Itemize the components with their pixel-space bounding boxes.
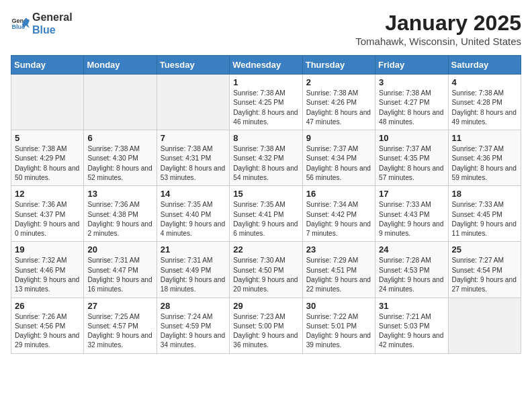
calendar-day-cell: 31Sunrise: 7:21 AMSunset: 5:03 PMDayligh… (375, 298, 448, 353)
calendar-day-cell: 17Sunrise: 7:33 AMSunset: 4:43 PMDayligh… (375, 186, 448, 242)
weekday-header-cell: Monday (84, 56, 157, 75)
calendar-day-cell: 23Sunrise: 7:29 AMSunset: 4:51 PMDayligh… (302, 242, 375, 298)
calendar-day-cell (11, 75, 84, 130)
day-detail: Sunrise: 7:37 AMSunset: 4:36 PMDaylight:… (452, 144, 517, 183)
day-number: 23 (306, 244, 371, 255)
day-number: 15 (233, 189, 298, 199)
day-detail: Sunrise: 7:38 AMSunset: 4:25 PMDaylight:… (233, 89, 298, 127)
day-detail: Sunrise: 7:35 AMSunset: 4:41 PMDaylight:… (233, 200, 298, 238)
day-detail: Sunrise: 7:36 AMSunset: 4:37 PMDaylight:… (15, 200, 80, 238)
calendar-week-row: 19Sunrise: 7:32 AMSunset: 4:46 PMDayligh… (11, 242, 521, 298)
day-number: 12 (15, 189, 80, 199)
day-detail: Sunrise: 7:33 AMSunset: 4:45 PMDaylight:… (452, 200, 517, 238)
day-detail: Sunrise: 7:36 AMSunset: 4:38 PMDaylight:… (87, 200, 152, 238)
calendar-day-cell: 24Sunrise: 7:28 AMSunset: 4:53 PMDayligh… (375, 242, 448, 298)
day-detail: Sunrise: 7:26 AMSunset: 4:56 PMDaylight:… (15, 312, 80, 351)
day-detail: Sunrise: 7:35 AMSunset: 4:40 PMDaylight:… (161, 200, 226, 238)
calendar-day-cell: 3Sunrise: 7:38 AMSunset: 4:27 PMDaylight… (375, 75, 448, 130)
day-detail: Sunrise: 7:31 AMSunset: 4:47 PMDaylight:… (87, 256, 152, 294)
weekday-header-cell: Tuesday (157, 56, 229, 75)
day-number: 10 (379, 133, 444, 143)
day-number: 26 (15, 301, 80, 311)
day-number: 25 (452, 244, 517, 255)
logo-general: General (32, 11, 73, 24)
weekday-header-cell: Friday (375, 56, 448, 75)
weekday-header-cell: Thursday (302, 56, 375, 75)
day-number: 28 (161, 301, 226, 311)
calendar-week-row: 1Sunrise: 7:38 AMSunset: 4:25 PMDaylight… (11, 75, 521, 130)
day-detail: Sunrise: 7:34 AMSunset: 4:42 PMDaylight:… (306, 200, 371, 238)
day-number: 20 (87, 244, 152, 255)
calendar-day-cell: 18Sunrise: 7:33 AMSunset: 4:45 PMDayligh… (448, 186, 521, 242)
calendar-day-cell: 1Sunrise: 7:38 AMSunset: 4:25 PMDaylight… (230, 75, 302, 130)
calendar-day-cell: 26Sunrise: 7:26 AMSunset: 4:56 PMDayligh… (11, 298, 84, 353)
logo: General Blue General Blue (11, 11, 73, 36)
weekday-header-cell: Wednesday (230, 56, 302, 75)
day-number: 17 (379, 189, 444, 199)
day-number: 9 (306, 133, 371, 143)
day-detail: Sunrise: 7:37 AMSunset: 4:35 PMDaylight:… (379, 144, 444, 183)
day-number: 24 (379, 244, 444, 255)
calendar-day-cell (448, 298, 521, 353)
day-detail: Sunrise: 7:38 AMSunset: 4:32 PMDaylight:… (233, 144, 298, 183)
calendar-day-cell: 8Sunrise: 7:38 AMSunset: 4:32 PMDaylight… (230, 130, 302, 186)
calendar-day-cell: 22Sunrise: 7:30 AMSunset: 4:50 PMDayligh… (230, 242, 302, 298)
day-number: 6 (87, 133, 152, 143)
calendar-day-cell: 28Sunrise: 7:24 AMSunset: 4:59 PMDayligh… (157, 298, 229, 353)
weekday-header-cell: Sunday (11, 56, 84, 75)
day-detail: Sunrise: 7:38 AMSunset: 4:28 PMDaylight:… (452, 89, 517, 127)
calendar-day-cell: 25Sunrise: 7:27 AMSunset: 4:54 PMDayligh… (448, 242, 521, 298)
calendar-day-cell: 5Sunrise: 7:38 AMSunset: 4:29 PMDaylight… (11, 130, 84, 186)
page-header: General Blue General Blue January 2025 T… (11, 11, 521, 47)
calendar-week-row: 26Sunrise: 7:26 AMSunset: 4:56 PMDayligh… (11, 298, 521, 353)
day-number: 3 (379, 77, 444, 87)
calendar-day-cell: 29Sunrise: 7:23 AMSunset: 5:00 PMDayligh… (230, 298, 302, 353)
day-detail: Sunrise: 7:25 AMSunset: 4:57 PMDaylight:… (87, 312, 152, 351)
day-number: 14 (161, 189, 226, 199)
day-number: 1 (233, 77, 298, 87)
day-detail: Sunrise: 7:31 AMSunset: 4:49 PMDaylight:… (161, 256, 226, 294)
calendar-day-cell: 7Sunrise: 7:38 AMSunset: 4:31 PMDaylight… (157, 130, 229, 186)
calendar-day-cell: 21Sunrise: 7:31 AMSunset: 4:49 PMDayligh… (157, 242, 229, 298)
calendar-day-cell: 4Sunrise: 7:38 AMSunset: 4:28 PMDaylight… (448, 75, 521, 130)
calendar-day-cell: 19Sunrise: 7:32 AMSunset: 4:46 PMDayligh… (11, 242, 84, 298)
day-number: 19 (15, 244, 80, 255)
day-detail: Sunrise: 7:37 AMSunset: 4:34 PMDaylight:… (306, 144, 371, 183)
calendar-table: SundayMondayTuesdayWednesdayThursdayFrid… (11, 55, 521, 354)
calendar-day-cell: 30Sunrise: 7:22 AMSunset: 5:01 PMDayligh… (302, 298, 375, 353)
day-number: 30 (306, 301, 371, 311)
month-year-title: January 2025 (355, 11, 521, 36)
day-number: 29 (233, 301, 298, 311)
day-number: 18 (452, 189, 517, 199)
day-number: 7 (161, 133, 226, 143)
calendar-day-cell: 27Sunrise: 7:25 AMSunset: 4:57 PMDayligh… (84, 298, 157, 353)
calendar-day-cell: 9Sunrise: 7:37 AMSunset: 4:34 PMDaylight… (302, 130, 375, 186)
day-detail: Sunrise: 7:21 AMSunset: 5:03 PMDaylight:… (379, 312, 444, 351)
calendar-day-cell: 14Sunrise: 7:35 AMSunset: 4:40 PMDayligh… (157, 186, 229, 242)
calendar-day-cell: 13Sunrise: 7:36 AMSunset: 4:38 PMDayligh… (84, 186, 157, 242)
day-detail: Sunrise: 7:24 AMSunset: 4:59 PMDaylight:… (161, 312, 226, 351)
calendar-day-cell: 15Sunrise: 7:35 AMSunset: 4:41 PMDayligh… (230, 186, 302, 242)
day-detail: Sunrise: 7:38 AMSunset: 4:27 PMDaylight:… (379, 89, 444, 127)
calendar-week-row: 12Sunrise: 7:36 AMSunset: 4:37 PMDayligh… (11, 186, 521, 242)
day-detail: Sunrise: 7:29 AMSunset: 4:51 PMDaylight:… (306, 256, 371, 294)
day-number: 31 (379, 301, 444, 311)
day-detail: Sunrise: 7:38 AMSunset: 4:26 PMDaylight:… (306, 89, 371, 127)
calendar-day-cell: 6Sunrise: 7:38 AMSunset: 4:30 PMDaylight… (84, 130, 157, 186)
logo-icon: General Blue (11, 14, 30, 33)
day-number: 13 (87, 189, 152, 199)
day-detail: Sunrise: 7:22 AMSunset: 5:01 PMDaylight:… (306, 312, 371, 351)
calendar-day-cell (84, 75, 157, 130)
day-number: 5 (15, 133, 80, 143)
day-number: 22 (233, 244, 298, 255)
day-number: 11 (452, 133, 517, 143)
day-detail: Sunrise: 7:28 AMSunset: 4:53 PMDaylight:… (379, 256, 444, 294)
day-detail: Sunrise: 7:38 AMSunset: 4:31 PMDaylight:… (161, 144, 226, 183)
day-detail: Sunrise: 7:23 AMSunset: 5:00 PMDaylight:… (233, 312, 298, 351)
day-detail: Sunrise: 7:32 AMSunset: 4:46 PMDaylight:… (15, 256, 80, 294)
location-subtitle: Tomahawk, Wisconsin, United States (355, 36, 521, 47)
weekday-header-row: SundayMondayTuesdayWednesdayThursdayFrid… (11, 56, 521, 75)
logo-blue: Blue (32, 24, 73, 36)
title-block: January 2025 Tomahawk, Wisconsin, United… (355, 11, 521, 47)
calendar-day-cell: 12Sunrise: 7:36 AMSunset: 4:37 PMDayligh… (11, 186, 84, 242)
